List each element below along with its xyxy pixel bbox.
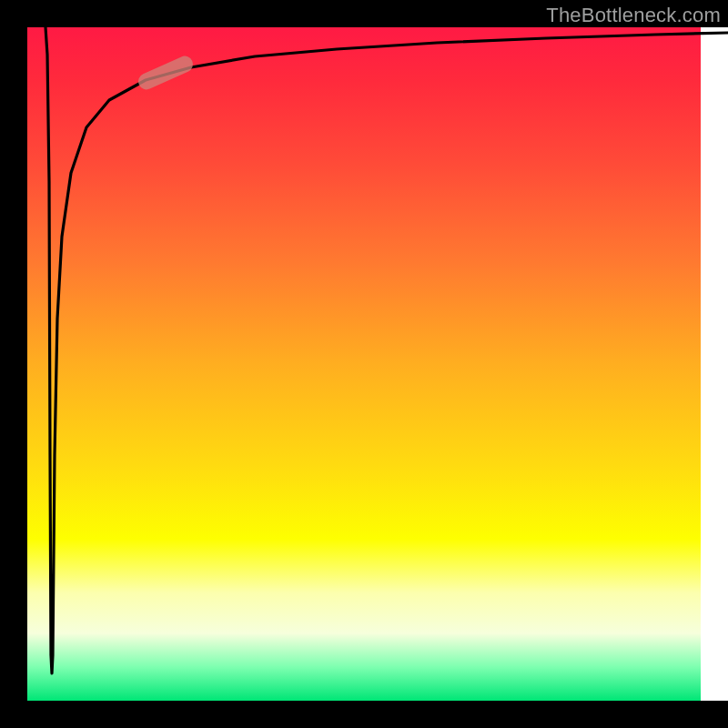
x-axis	[0, 701, 728, 728]
watermark-text: TheBottleneck.com	[546, 4, 721, 27]
y-axis	[0, 0, 27, 728]
chart-stage: TheBottleneck.com	[0, 0, 728, 728]
gradient-background	[27, 27, 701, 701]
